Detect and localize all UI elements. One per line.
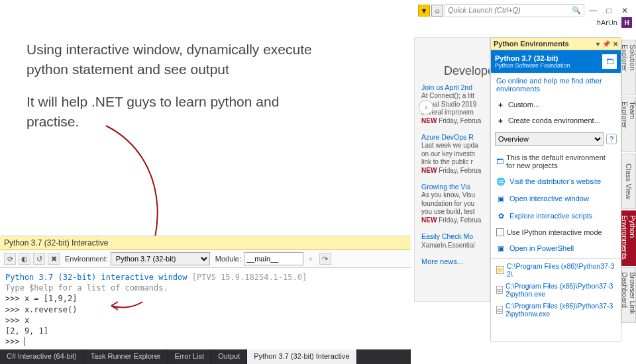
sidebar-tab-browser-link[interactable]: Browser Link Dashboard: [621, 267, 636, 323]
attach-button[interactable]: ↷: [319, 253, 331, 265]
tab-error-list[interactable]: Error List: [168, 349, 212, 364]
terminal-icon: ▣: [496, 194, 505, 203]
add-custom-env[interactable]: ＋Custom...: [491, 97, 621, 113]
open-interactive-link[interactable]: ▣Open interactive window: [491, 190, 621, 207]
globe-icon: 🌐: [496, 177, 505, 186]
dropdown-icon[interactable]: ▾: [309, 255, 313, 263]
search-icon: 🔍: [572, 6, 581, 15]
interactive-window: Python 3.7 (32-bit) Interactive ⟳ ◐ ↺ ✖ …: [0, 236, 411, 364]
cancel-button[interactable]: ◐: [19, 253, 30, 265]
user-annotation: Using interactive window, dynamically ex…: [26, 40, 318, 144]
side-tool-tabs: Solution Explorer Team Explorer Class Vi…: [621, 40, 636, 324]
console-line: [2, 9, 1]: [5, 326, 405, 336]
more-news-link[interactable]: More news...: [415, 252, 490, 271]
collapse-chevron-icon[interactable]: ›: [419, 100, 433, 114]
ipython-toggle[interactable]: Use IPython interactive mode: [491, 224, 621, 240]
username-label: hArUn: [597, 19, 617, 26]
panel-close-icon[interactable]: ✕: [613, 40, 618, 48]
gear-icon: ✿: [496, 211, 505, 220]
close-button[interactable]: ✕: [617, 6, 632, 15]
interactive-title: Python 3.7 (32-bit) Interactive: [0, 236, 411, 250]
news-item[interactable]: Azure DevOps R Last week we upda on our …: [415, 128, 490, 177]
env-path[interactable]: 📁C:\Program Files (x86)\Python37-32\: [491, 260, 621, 280]
env-path[interactable]: ▭C:\Program Files (x86)\Python37-32\pyth…: [491, 280, 621, 300]
console-line: >>> x: [5, 315, 405, 326]
panel-header: Python Environments ▾📌✕: [491, 38, 621, 50]
quick-launch-placeholder: Quick Launch (Ctrl+Q): [448, 6, 521, 14]
plus-icon: ＋: [496, 116, 504, 124]
create-conda-env[interactable]: ＋Create conda environment...: [491, 113, 621, 128]
interactive-toolbar: ⟳ ◐ ↺ ✖ Environment: Python 3.7 (32-bit)…: [0, 250, 411, 268]
news-item[interactable]: Easily Check Mo Xamarin.Essential: [415, 227, 490, 252]
overview-selector: Overview ?: [495, 132, 617, 146]
env-path[interactable]: ▭C:\Program Files (x86)\Python37-32\pyth…: [491, 300, 621, 320]
console-help: Type $help for a list of commands.: [5, 283, 405, 293]
console-line: >>> x.reverse(): [5, 304, 405, 315]
tab-output[interactable]: Output: [211, 349, 247, 364]
visit-distributor-link[interactable]: 🌐Visit the distributor's website: [491, 173, 621, 190]
tab-task-runner[interactable]: Task Runner Explorer: [84, 349, 168, 364]
sidebar-tab-solution-explorer[interactable]: Solution Explorer: [621, 40, 636, 95]
tab-python-interactive[interactable]: Python 3.7 (32-bit) Interactive: [247, 349, 356, 364]
env-selected-name: Python 3.7 (32-bit): [495, 54, 570, 62]
powershell-icon: ▣: [496, 244, 505, 253]
panel-pin-icon[interactable]: 📌: [602, 40, 610, 48]
interactive-console[interactable]: Python 3.7 (32-bit) interactive window […: [0, 268, 411, 351]
divider: [491, 258, 621, 259]
panel-title: Python Environments: [494, 40, 569, 48]
console-line: >>> x = [1,9,2]: [5, 293, 405, 304]
notifications-icon[interactable]: ▾: [418, 5, 430, 17]
console-version: [PTVS 15.9.18254.1-15.0]: [192, 273, 307, 282]
env-selected-sub: Python Software Foundation: [495, 62, 570, 69]
env-select[interactable]: Python 3.7 (32-bit): [111, 252, 210, 265]
tab-csharp-interactive[interactable]: C# Interactive (64-bit): [0, 349, 84, 364]
overview-dropdown[interactable]: Overview: [495, 132, 604, 146]
developer-news-panel: › Develope Join us April 2nd At Connect(…: [414, 37, 490, 302]
plus-icon: ＋: [496, 101, 504, 109]
console-prompt[interactable]: >>>: [5, 336, 405, 347]
checkbox-icon[interactable]: [496, 228, 504, 236]
default-env-note: 🗔This is the default environment for new…: [491, 150, 621, 173]
help-icon[interactable]: ?: [606, 134, 617, 144]
console-header: Python 3.7 (32-bit) interactive window: [5, 273, 187, 282]
restore-button[interactable]: □: [602, 6, 616, 15]
panel-dropdown-icon[interactable]: ▾: [596, 40, 600, 48]
sidebar-tab-python-environments[interactable]: Python Environments: [621, 210, 636, 266]
env-selected[interactable]: Python 3.7 (32-bit) Python Software Foun…: [491, 50, 621, 73]
file-icon: ▭: [496, 306, 503, 314]
sidebar-tab-class-view[interactable]: Class View: [621, 154, 636, 209]
user-avatar[interactable]: H: [621, 17, 632, 28]
bottom-tool-tabs: C# Interactive (64-bit) Task Runner Expl…: [0, 349, 411, 364]
quick-launch-input[interactable]: Quick Launch (Ctrl+Q) 🔍: [445, 4, 584, 17]
module-label: Module:: [215, 255, 241, 263]
folder-icon: 📁: [496, 266, 504, 274]
file-icon: ▭: [496, 286, 503, 294]
minimize-button[interactable]: —: [586, 6, 600, 15]
scope-button[interactable]: ⟳: [4, 253, 16, 265]
news-item[interactable]: Growing the Vis As you know, Visu founda…: [415, 177, 490, 227]
annotation-line-2: It will help .NET guys to learn python a…: [26, 92, 318, 132]
module-input[interactable]: [244, 252, 303, 265]
reset-button[interactable]: ↺: [33, 253, 45, 265]
annotation-line-1: Using interactive window, dynamically ex…: [26, 40, 318, 80]
python-environments-panel: Python Environments ▾📌✕ Python 3.7 (32-b…: [490, 37, 621, 341]
env-label: Environment:: [65, 255, 108, 263]
info-icon: 🗔: [496, 157, 504, 166]
user-area: hArUn H: [597, 17, 632, 28]
find-environments-link[interactable]: Go online and help me find other environ…: [491, 73, 621, 97]
open-powershell-link[interactable]: ▣Open in PowerShell: [491, 240, 621, 257]
sidebar-tab-team-explorer[interactable]: Team Explorer: [621, 97, 636, 152]
feedback-icon[interactable]: ☺: [431, 5, 443, 17]
env-dropdown-icon[interactable]: 🗔: [602, 54, 617, 69]
developer-news-heading: Develope: [415, 38, 490, 78]
clear-button[interactable]: ✖: [48, 253, 60, 265]
explore-scripts-link[interactable]: ✿Explore interactive scripts: [491, 207, 621, 224]
